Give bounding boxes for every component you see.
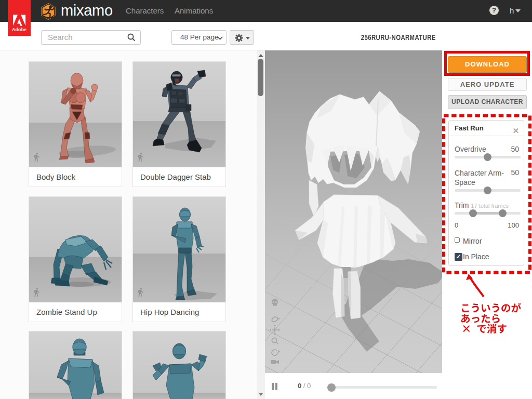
svg-text:Adobe: Adobe [12,27,26,32]
